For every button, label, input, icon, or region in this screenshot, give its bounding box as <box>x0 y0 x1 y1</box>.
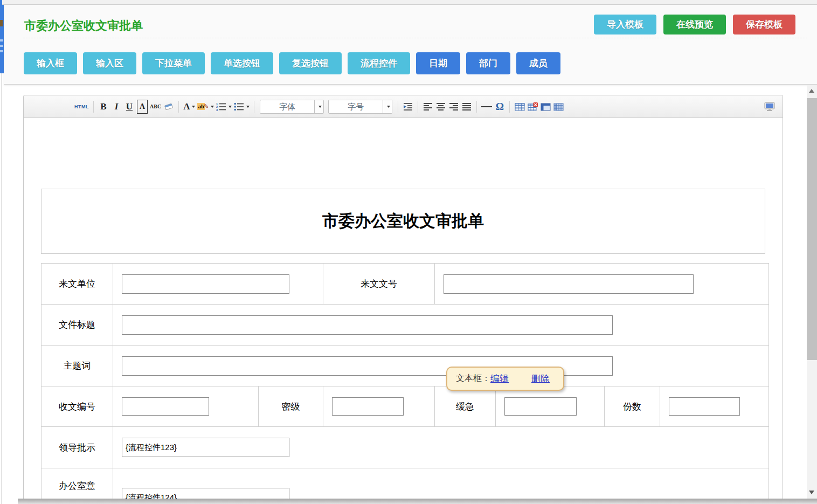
sidebar-icon-fragment <box>0 50 3 52</box>
copies-input[interactable] <box>669 397 740 416</box>
toolbar-separator <box>476 101 477 113</box>
chevron-down-icon <box>246 106 250 108</box>
keywords-cell <box>113 346 769 386</box>
chevron-down-icon <box>211 106 214 108</box>
form-title-box: 市委办公室收文审批单 <box>41 189 765 254</box>
save-template-button[interactable]: 保存模板 <box>733 15 795 34</box>
leader-note-label: 领导批示 <box>41 427 113 468</box>
edit-widget-link[interactable]: 编辑 <box>490 372 509 385</box>
editor-content[interactable]: 市委办公室收文审批单 来文单位 来文文号 文件标题 主 <box>24 189 783 499</box>
fullscreen-icon[interactable] <box>764 100 775 114</box>
leader-note-input[interactable] <box>122 438 289 457</box>
window-left-border <box>1 73 2 504</box>
sidebar-edge-fragment <box>0 5 4 73</box>
source-unit-input[interactable] <box>122 274 289 294</box>
table-properties-icon[interactable] <box>540 100 551 114</box>
office-opinion-input[interactable] <box>122 488 289 499</box>
urgency-input[interactable] <box>504 397 577 416</box>
italic-icon[interactable]: I <box>111 100 122 114</box>
cell-properties-icon[interactable] <box>553 100 564 114</box>
leader-note-cell <box>113 427 769 468</box>
department-button[interactable]: 部门 <box>466 52 510 74</box>
copies-cell <box>660 386 769 427</box>
indent-icon[interactable] <box>403 100 413 114</box>
highlight-color-icon[interactable]: ab✎ <box>197 100 214 114</box>
office-opinion-label: 办公室意 <box>41 468 113 499</box>
urgency-label: 缓急 <box>435 386 496 427</box>
main-area: HTML B I U A ABC A ab✎ 123 <box>4 85 807 499</box>
quick-format-icon[interactable]: A <box>137 100 148 114</box>
template-actions: 导入模板 在线预览 保存模板 <box>594 15 795 34</box>
receipt-number-label: 收文编号 <box>41 386 113 427</box>
toolbar-separator <box>178 101 179 113</box>
toolbar-separator <box>418 101 418 113</box>
sidebar-icon-fragment <box>0 39 3 42</box>
scroll-up-arrow-icon[interactable] <box>809 89 814 93</box>
align-justify-icon[interactable] <box>461 100 472 114</box>
table-row: 领导批示 <box>41 427 769 468</box>
font-family-select[interactable]: 字体 <box>260 100 324 114</box>
input-area-button[interactable]: 输入区 <box>83 52 136 74</box>
align-left-icon[interactable] <box>423 100 433 114</box>
align-center-icon[interactable] <box>435 100 446 114</box>
online-preview-button[interactable]: 在线预览 <box>663 15 726 34</box>
page-title: 市委办公室收文审批单 <box>24 18 143 34</box>
horizontal-rule-icon[interactable] <box>481 100 492 114</box>
scroll-down-arrow-icon[interactable] <box>809 491 814 494</box>
chevron-down-icon <box>387 106 390 108</box>
font-color-icon[interactable]: A <box>183 100 195 114</box>
doc-number-input[interactable] <box>444 274 694 294</box>
table-row: 主题词 <box>41 346 769 386</box>
secrecy-input[interactable] <box>332 397 404 416</box>
source-unit-cell <box>113 264 323 305</box>
align-right-icon[interactable] <box>448 100 459 114</box>
ordered-list-icon[interactable]: 123 <box>216 100 232 114</box>
font-size-select[interactable]: 字号 <box>328 100 392 114</box>
dashed-divider <box>23 38 807 38</box>
dropdown-menu-button[interactable]: 下拉菜单 <box>142 52 205 74</box>
remove-format-eraser-icon[interactable] <box>163 100 174 114</box>
select-arrow-button[interactable] <box>314 100 323 113</box>
chevron-down-icon <box>192 106 195 108</box>
delete-widget-link[interactable]: 删除 <box>531 372 550 385</box>
widget-tooltip: 文本框： 编辑 删除 <box>446 367 564 391</box>
import-template-button[interactable]: 导入模板 <box>594 15 656 34</box>
underline-icon[interactable]: U <box>124 100 135 114</box>
input-box-button[interactable]: 输入框 <box>24 52 77 74</box>
special-char-icon[interactable]: Ω <box>494 100 505 114</box>
source-code-icon[interactable]: HTML <box>74 100 89 114</box>
insert-table-icon[interactable] <box>514 100 525 114</box>
receipt-number-input[interactable] <box>122 397 209 416</box>
window-top-strip <box>0 0 817 5</box>
keywords-label: 主题词 <box>41 346 113 386</box>
strikethrough-icon[interactable]: ABC <box>150 100 161 114</box>
doc-number-label: 来文文号 <box>323 264 435 305</box>
bold-icon[interactable]: B <box>98 100 109 114</box>
sidebar-icon-fragment <box>0 20 3 26</box>
toolbar-separator <box>398 101 398 113</box>
select-arrow-button[interactable] <box>383 100 392 113</box>
delete-table-icon[interactable] <box>527 100 538 114</box>
doc-title-cell <box>113 305 769 346</box>
vertical-scrollbar[interactable] <box>807 85 817 499</box>
urgency-cell <box>496 386 605 427</box>
form-title: 市委办公室收文审批单 <box>322 210 484 232</box>
tooltip-label: 文本框： <box>456 373 490 384</box>
window-bottom-strip <box>18 499 817 504</box>
unordered-list-icon[interactable] <box>234 100 250 114</box>
editor-toolbar: HTML B I U A ABC A ab✎ 123 <box>24 95 783 118</box>
chevron-down-icon <box>229 106 232 108</box>
source-unit-label: 来文单位 <box>41 264 113 305</box>
table-row: 来文单位 来文文号 <box>41 264 769 305</box>
window-corner-fragment <box>0 0 2 5</box>
member-button[interactable]: 成员 <box>516 52 560 74</box>
radio-button-button[interactable]: 单选按钮 <box>211 52 273 74</box>
flow-control-button[interactable]: 流程控件 <box>348 52 410 74</box>
checkbox-button-button[interactable]: 复选按钮 <box>279 52 342 74</box>
rich-text-editor: HTML B I U A ABC A ab✎ 123 <box>23 95 783 499</box>
scrollbar-thumb[interactable] <box>807 98 817 360</box>
doc-title-input[interactable] <box>122 315 613 335</box>
secrecy-cell <box>323 386 435 427</box>
sidebar-icon-fragment <box>0 45 3 47</box>
date-button[interactable]: 日期 <box>416 52 460 74</box>
